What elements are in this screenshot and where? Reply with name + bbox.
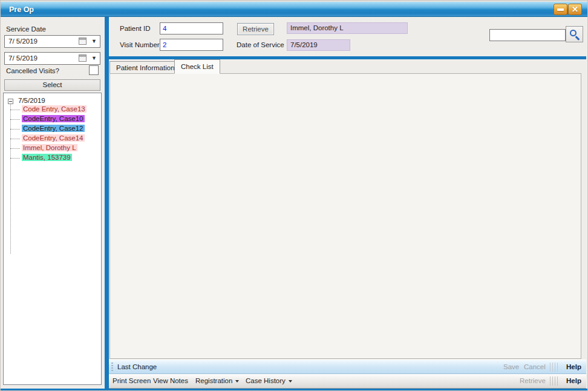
cancelled-visits-label: Cancelled Visits? — [6, 67, 59, 74]
search-input[interactable] — [489, 29, 566, 41]
status-bar: Last Change Save Cancel Help — [109, 360, 586, 374]
print-screen-button[interactable]: Print Screen — [113, 377, 151, 384]
registration-menu[interactable]: Registration — [195, 377, 239, 384]
window-bottom-border — [1, 389, 588, 391]
search-icon — [570, 30, 577, 36]
tab-check-list[interactable]: Check List — [174, 59, 220, 74]
save-button[interactable]: Save — [503, 363, 519, 370]
tab-patient-information[interactable]: Patient Information — [109, 61, 181, 74]
panel-divider — [105, 17, 109, 389]
service-date-label: Service Date — [6, 25, 46, 33]
cancelled-visits-checkbox[interactable] — [89, 65, 99, 75]
minimize-icon — [557, 8, 564, 11]
close-button[interactable]: ✕ — [568, 4, 582, 15]
cancel-button[interactable]: Cancel — [524, 363, 546, 370]
tree-guide-line — [10, 104, 11, 254]
preop-window: Pre Op ✕ Service Date 7/ 5/2019 ▼ 7/ 5/2… — [0, 0, 588, 391]
bottom-toolbar: Print Screen View Notes Registration Cas… — [109, 374, 586, 389]
title-bar: Pre Op ✕ — [1, 1, 588, 17]
tree-root-node[interactable]: 7/5/2019 — [18, 97, 45, 104]
view-notes-button[interactable]: View Notes — [153, 377, 188, 384]
minimize-button[interactable] — [554, 4, 567, 15]
patient-id-input[interactable] — [160, 22, 223, 34]
calendar-icon — [79, 38, 87, 45]
visits-tree: 7/5/2019 Code Entry, Case13 CodeEntry, C… — [3, 93, 102, 385]
case-history-menu[interactable]: Case History — [246, 377, 292, 384]
toolbar-separator — [550, 363, 558, 372]
select-button[interactable]: Select — [4, 79, 100, 91]
chevron-down-icon — [235, 380, 239, 383]
tree-item[interactable]: CodeEntry, Case14 — [22, 134, 85, 143]
tree-item[interactable]: CodeEntry, Case10 — [22, 115, 85, 124]
tree-item[interactable]: CodeEntry, Case12 — [22, 125, 85, 134]
chevron-down-icon[interactable]: ▼ — [91, 38, 97, 44]
service-date-from-picker[interactable]: 7/ 5/2019 ▼ — [4, 35, 100, 48]
last-change-label: Last Change — [117, 363, 157, 370]
help-toolbar-button[interactable]: Help — [566, 377, 581, 384]
visit-number-label: Visit Number — [120, 41, 160, 48]
date-of-service-label: Date of Service — [237, 41, 284, 48]
search-button[interactable] — [566, 26, 583, 42]
date-of-service-field: 7/5/2019 — [287, 39, 350, 51]
toolbar-grip-icon — [111, 363, 113, 372]
calendar-icon — [79, 54, 87, 62]
chevron-down-icon — [289, 380, 292, 383]
patient-id-label: Patient ID — [120, 25, 151, 32]
tree-item[interactable]: Code Entry, Case13 — [22, 105, 87, 114]
close-icon: ✕ — [572, 5, 578, 13]
tree-item[interactable]: Immel, Dorothy L — [22, 144, 77, 153]
service-date-to-picker[interactable]: 7/ 5/2019 ▼ — [4, 52, 100, 65]
retrieve-button[interactable]: Retrieve — [237, 23, 274, 35]
chevron-down-icon[interactable]: ▼ — [91, 55, 97, 61]
tab-content-panel — [109, 73, 581, 359]
help-button[interactable]: Help — [566, 363, 581, 370]
window-title: Pre Op — [9, 5, 34, 14]
retrieve-toolbar-button[interactable]: Retrieve — [520, 377, 546, 384]
toolbar-separator — [550, 376, 558, 386]
tree-item[interactable]: Mantis, 153739 — [22, 154, 72, 163]
visit-number-input[interactable] — [160, 39, 223, 51]
patient-name-field: Immel, Dorothy L — [287, 22, 408, 34]
